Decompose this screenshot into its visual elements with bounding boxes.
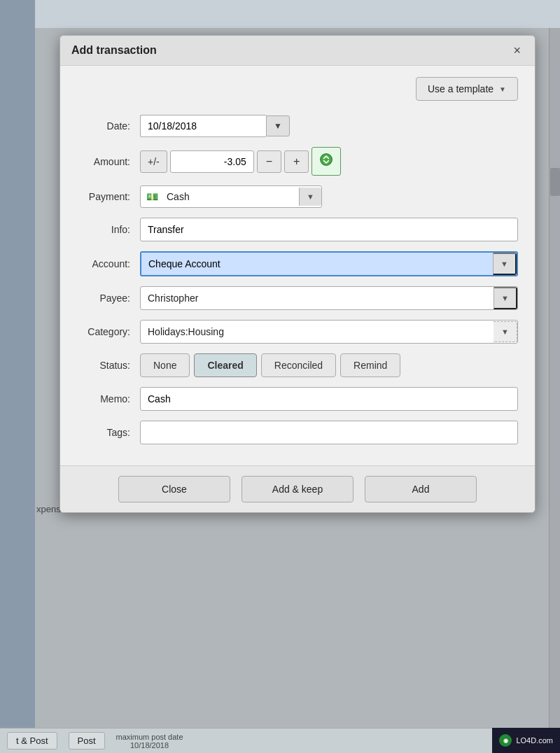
account-dropdown-button[interactable]: ▼ <box>493 253 517 275</box>
info-input[interactable] <box>140 218 518 241</box>
amount-minus-button[interactable]: − <box>257 150 281 173</box>
lo4d-label: LO4D.com <box>516 736 553 745</box>
payee-dropdown-button[interactable]: ▼ <box>493 287 517 309</box>
payee-field-container: Christopher ▼ <box>140 286 518 310</box>
memo-input[interactable] <box>140 387 518 411</box>
status-row: Status: None Cleared Reconciled Remind <box>77 353 518 377</box>
add-button[interactable]: Add <box>365 476 477 502</box>
dialog-titlebar: Add transaction × <box>60 36 535 66</box>
sidebar <box>0 0 35 753</box>
dialog-body: Use a template ▼ Date: ▼ Amount: <box>60 66 535 465</box>
status-label: Status: <box>77 360 140 371</box>
info-field-container <box>140 218 518 241</box>
tags-input[interactable] <box>140 421 518 444</box>
dialog-footer: Close Add & keep Add <box>60 465 535 512</box>
category-row: Category: Holidays:Housing ▼ <box>77 320 518 344</box>
account-field-container: Cheque Account ▼ <box>140 251 518 276</box>
payee-label: Payee: <box>77 293 140 304</box>
amount-field-container: +/- − + <box>140 147 518 176</box>
status-group: None Cleared Reconciled Remind <box>140 353 518 377</box>
post-button-2[interactable]: Post <box>69 732 105 750</box>
info-label: Info: <box>77 224 140 235</box>
category-dropdown-button[interactable]: ▼ <box>493 321 517 342</box>
date-field: ▼ <box>140 115 308 137</box>
amount-controls: +/- − + <box>140 147 518 176</box>
memo-field-container <box>140 387 518 411</box>
transfer-button[interactable] <box>312 147 341 176</box>
bottom-bar: t & Post Post maximum post date10/18/201… <box>0 728 560 753</box>
close-button[interactable]: Close <box>118 476 230 502</box>
payment-cash-icon: 💵 <box>141 186 164 207</box>
use-template-button[interactable]: Use a template ▼ <box>416 77 518 101</box>
category-select[interactable]: Holidays:Housing ▼ <box>140 320 518 344</box>
payment-value: Cash <box>164 186 299 207</box>
payment-row: Payment: 💵 Cash ▼ <box>77 185 518 208</box>
memo-row: Memo: <box>77 387 518 411</box>
date-input[interactable] <box>140 115 266 137</box>
date-label: Date: <box>77 120 140 132</box>
payment-select[interactable]: 💵 Cash ▼ <box>140 185 322 208</box>
account-value: Cheque Account <box>141 253 493 275</box>
amount-input[interactable] <box>170 150 254 173</box>
tags-field-container <box>140 421 518 444</box>
payee-value: Christopher <box>141 287 493 309</box>
account-row: Account: Cheque Account ▼ <box>77 251 518 276</box>
payment-dropdown-arrow: ▼ <box>299 188 321 206</box>
transfer-icon <box>319 153 333 167</box>
tags-row: Tags: <box>77 421 518 444</box>
post-button-1[interactable]: t & Post <box>7 732 57 750</box>
status-remind-button[interactable]: Remind <box>340 353 400 377</box>
category-label: Category: <box>77 326 140 337</box>
status-none-button[interactable]: None <box>140 353 190 377</box>
status-field-container: None Cleared Reconciled Remind <box>140 353 518 377</box>
payment-field-container: 💵 Cash ▼ <box>140 185 518 208</box>
amount-label: Amount: <box>77 156 140 167</box>
category-value: Holidays:Housing <box>141 321 493 343</box>
payment-label: Payment: <box>77 191 140 202</box>
template-row: Use a template ▼ <box>77 77 518 101</box>
add-transaction-dialog: Add transaction × Use a template ▼ Date:… <box>59 35 536 513</box>
lo4d-logo-icon: ◉ <box>499 734 512 747</box>
payee-select[interactable]: Christopher ▼ <box>140 286 518 310</box>
tags-label: Tags: <box>77 427 140 438</box>
lo4d-badge: ◉ LO4D.com <box>492 728 560 753</box>
dialog-title: Add transaction <box>71 44 157 57</box>
amount-row: Amount: +/- − + <box>77 147 518 176</box>
max-post-date-info: maximum post date10/18/2018 <box>116 733 183 750</box>
template-btn-label: Use a template <box>428 83 493 94</box>
memo-label: Memo: <box>77 393 140 404</box>
amount-plus-button[interactable]: + <box>284 150 309 173</box>
status-cleared-button[interactable]: Cleared <box>194 353 256 377</box>
date-field-container: ▼ <box>140 115 518 137</box>
close-dialog-button[interactable]: × <box>510 44 524 57</box>
dialog-overlay: Add transaction × Use a template ▼ Date:… <box>35 28 560 753</box>
sign-toggle-button[interactable]: +/- <box>140 150 167 173</box>
account-label: Account: <box>77 258 140 269</box>
template-dropdown-arrow: ▼ <box>499 85 506 93</box>
date-row: Date: ▼ <box>77 115 518 137</box>
status-reconciled-button[interactable]: Reconciled <box>261 353 336 377</box>
date-dropdown-button[interactable]: ▼ <box>266 115 290 136</box>
payee-row: Payee: Christopher ▼ <box>77 286 518 310</box>
add-keep-button[interactable]: Add & keep <box>241 476 354 502</box>
category-field-container: Holidays:Housing ▼ <box>140 320 518 344</box>
account-select[interactable]: Cheque Account ▼ <box>140 251 518 276</box>
info-row: Info: <box>77 218 518 241</box>
